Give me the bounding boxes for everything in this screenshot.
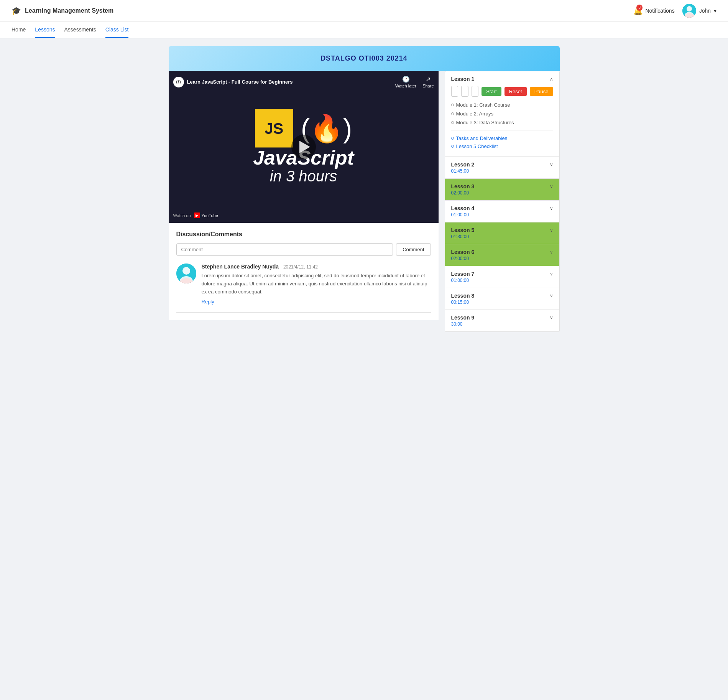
video-container: (ƒ) Learn JavaScript - Full Course for B… — [169, 71, 439, 223]
comment-text: Lorem ipsum dolor sit amet, consectetur … — [202, 272, 431, 296]
lesson-item-7[interactable]: Lesson 7 ∨ 01:00:00 — [445, 266, 559, 288]
user-name: John — [699, 8, 711, 14]
lesson-6-time: 02:00:00 — [451, 256, 553, 261]
video-top-bar: (ƒ) Learn JavaScript - Full Course for B… — [173, 76, 434, 88]
notifications-button[interactable]: 🔔 3 Notifications — [633, 6, 674, 15]
lesson-4-chevron: ∨ — [550, 206, 553, 211]
user-menu-button[interactable]: John ▾ — [682, 4, 716, 18]
comment-input-row: Comment — [176, 243, 431, 256]
module-1-link[interactable]: Module 1: Crash Course — [456, 102, 510, 108]
lesson-9-header: Lesson 9 ∨ — [451, 315, 553, 321]
lesson-item-4[interactable]: Lesson 4 ∨ 01:00:00 — [445, 201, 559, 222]
header-left: 🎓 Learning Management System — [12, 6, 113, 15]
module-3-link[interactable]: Module 3: Data Structures — [456, 120, 514, 125]
nav-item-home[interactable]: Home — [12, 22, 26, 38]
tasks-label: Tasks and Deliverables — [456, 135, 508, 141]
nav-item-class-list[interactable]: Class List — [105, 22, 129, 38]
lesson-item-6[interactable]: Lesson 6 ∨ 02:00:00 — [445, 244, 559, 266]
reply-link[interactable]: Reply — [202, 299, 431, 305]
watch-later-label: Watch later — [395, 84, 416, 88]
lesson-2-header: Lesson 2 ∨ — [451, 161, 553, 168]
course-title: DSTALGO OTI003 20214 — [320, 54, 408, 62]
module-dot-icon — [451, 112, 454, 115]
task-dot-icon — [451, 137, 454, 140]
module-2-link[interactable]: Module 2: Arrays — [456, 111, 494, 117]
video-bottom-bar: Watch on ▶ YouTube — [173, 212, 434, 218]
share-icon: ↗ — [426, 76, 431, 83]
lesson-4-name: Lesson 4 — [451, 205, 475, 211]
comment-author: Stephen Lance Bradley Nuyda — [202, 264, 279, 270]
fcc-logo-icon: (ƒ) — [173, 77, 184, 87]
play-triangle-icon — [299, 141, 310, 153]
lesson-item-9[interactable]: Lesson 9 ∨ 30:00 — [445, 310, 559, 332]
comment-input[interactable] — [176, 243, 393, 256]
list-item: Module 2: Arrays — [451, 109, 553, 118]
svg-point-5 — [182, 267, 190, 275]
tasks-deliverables-link[interactable]: Tasks and Deliverables — [451, 134, 553, 142]
timer-start-button[interactable]: Start — [481, 87, 501, 96]
comment-submit-button[interactable]: Comment — [396, 243, 431, 256]
header-right: 🔔 3 Notifications John ▾ — [633, 4, 716, 18]
lesson-7-chevron: ∨ — [550, 271, 553, 277]
notifications-label: Notifications — [645, 8, 674, 14]
lesson-9-name: Lesson 9 — [451, 315, 475, 321]
nav-item-lessons[interactable]: Lessons — [35, 22, 55, 38]
timer-pause-button[interactable]: Pause — [530, 87, 553, 96]
video-logo-area: (ƒ) Learn JavaScript - Full Course for B… — [173, 77, 293, 87]
checklist-label: Lesson 5 Checklist — [456, 143, 498, 149]
timer-box-1 — [451, 86, 458, 97]
notification-badge: 3 — [636, 5, 643, 11]
lessons-sidebar: Lesson 1 ∧ Start Reset Pause — [445, 71, 560, 332]
clock-icon: 🕐 — [402, 76, 410, 83]
lesson-2-chevron: ∨ — [550, 162, 553, 167]
lesson-5-time: 01:30:00 — [451, 234, 553, 239]
task-section: Tasks and Deliverables Lesson 5 Checklis… — [451, 130, 553, 150]
list-item: Module 1: Crash Course — [451, 100, 553, 109]
lesson-item-2[interactable]: Lesson 2 ∨ 01:45:00 — [445, 157, 559, 179]
commenter-avatar — [176, 264, 196, 283]
lesson-1-chevron: ∧ — [550, 76, 553, 82]
lesson-7-header: Lesson 7 ∨ — [451, 271, 553, 277]
left-panel: (ƒ) Learn JavaScript - Full Course for B… — [169, 71, 439, 332]
lesson-item-1[interactable]: Lesson 1 ∧ Start Reset Pause — [445, 71, 559, 157]
lesson-7-name: Lesson 7 — [451, 271, 475, 277]
comment-date: 2021/4/12, 11:42 — [283, 264, 318, 270]
video-title: Learn JavaScript - Full Course for Begin… — [187, 79, 293, 85]
lesson-item-8[interactable]: Lesson 8 ∨ 00:15:00 — [445, 288, 559, 310]
timer-reset-button[interactable]: Reset — [505, 87, 527, 96]
play-button[interactable] — [291, 135, 316, 159]
lesson-6-header: Lesson 6 ∨ — [451, 249, 553, 255]
share-button[interactable]: ↗ Share — [422, 76, 434, 88]
video-inner: (ƒ) Learn JavaScript - Full Course for B… — [169, 71, 439, 223]
lesson-5-header: Lesson 5 ∨ — [451, 227, 553, 233]
video-top-controls: 🕐 Watch later ↗ Share — [395, 76, 434, 88]
main-wrapper: DSTALGO OTI003 20214 (ƒ) Learn JavaScrip… — [161, 46, 567, 332]
comment-item: Stephen Lance Bradley Nuyda 2021/4/12, 1… — [176, 264, 431, 313]
dropdown-icon: ▾ — [714, 8, 716, 14]
app-title: Learning Management System — [25, 7, 113, 14]
nav-item-assessments[interactable]: Assessments — [64, 22, 96, 38]
lesson-item-5[interactable]: Lesson 5 ∨ 01:30:00 — [445, 222, 559, 244]
youtube-logo: ▶ YouTube — [194, 212, 218, 218]
lesson-1-header: Lesson 1 ∧ — [451, 76, 553, 82]
timer-box-3 — [472, 86, 479, 97]
lesson-8-time: 00:15:00 — [451, 300, 553, 305]
js-box-text: JS — [265, 120, 283, 137]
lesson-8-header: Lesson 8 ∨ — [451, 293, 553, 299]
lesson-4-header: Lesson 4 ∨ — [451, 205, 553, 211]
lesson-item-3[interactable]: Lesson 3 ∨ 02:00:00 — [445, 179, 559, 201]
lesson-3-chevron: ∨ — [550, 184, 553, 189]
graduation-cap-icon: 🎓 — [12, 6, 21, 15]
lesson-1-content: Start Reset Pause Module 1: Crash Course — [451, 82, 553, 152]
course-banner: DSTALGO OTI003 20214 — [169, 46, 560, 71]
share-label: Share — [422, 84, 434, 88]
lesson-checklist-link[interactable]: Lesson 5 Checklist — [451, 142, 553, 150]
header: 🎓 Learning Management System 🔔 3 Notific… — [0, 0, 728, 21]
lesson-4-time: 01:00:00 — [451, 212, 553, 217]
lesson-3-time: 02:00:00 — [451, 190, 553, 196]
discussion-section: Discussion/Comments Comment — [169, 223, 439, 320]
lesson-8-chevron: ∨ — [550, 293, 553, 298]
watch-later-button[interactable]: 🕐 Watch later — [395, 76, 416, 88]
lesson-2-time: 01:45:00 — [451, 168, 553, 174]
content-area: (ƒ) Learn JavaScript - Full Course for B… — [169, 71, 560, 332]
